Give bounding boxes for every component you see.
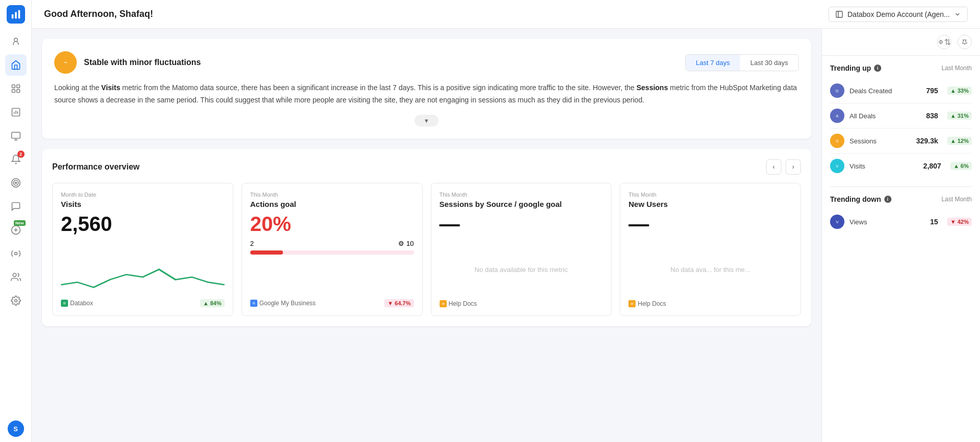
trending-up-title: Trending up i [830,64,881,72]
sidebar-item-team[interactable] [5,31,27,52]
account-selector[interactable]: Databox Demo Account (Agen... [829,7,968,22]
card-value-3: — [628,213,792,236]
trending-name-0: Deals Created [850,87,921,95]
perf-card-actions-goal: This Month Actions goal 20% 2 ⚙ 10 [242,183,423,316]
perf-next-btn[interactable]: › [786,159,801,175]
deals-icon: D [833,87,841,95]
sidebar-item-home[interactable] [5,54,27,76]
card-value-0: 2,560 [61,213,225,236]
card-footer-2: H Help Docs [440,300,603,307]
trending-value-2: 329.3k [916,137,938,145]
right-panel: ⇅ Trending up i Last Month D [821,29,980,442]
card-badge-1: ▼ 64.7% [384,299,413,307]
goals-icon [11,178,21,188]
notifications-icon [11,201,21,212]
screens-icon [11,131,21,141]
trending-name-3: Visits [850,162,918,170]
trending-down-name-0: Views [850,218,925,226]
svg-rect-7 [16,90,19,93]
card-footer-0: D Databox ▲ 84% [61,299,225,307]
sidebar-item-new-feature[interactable]: New [5,219,27,241]
svg-rect-0 [11,14,13,18]
visits-icon-svg: V [833,162,841,170]
visits-icon: V [830,159,844,173]
card-title-3: New Users [628,200,792,208]
insight-title: Stable with minor fluctuations [84,58,201,67]
card-source-1: G Google My Business [250,300,316,307]
insight-status-icon: ~ [54,51,77,74]
trending-down-section: Trending down i Last Month V Views 15 ▼ … [822,187,980,242]
numbers-icon [11,83,21,94]
card-footer-1: G Google My Business ▼ 64.7% [250,299,414,307]
perf-nav: ‹ › [766,159,801,175]
perf-title: Performance overview [52,162,140,172]
tab-last-7-days[interactable]: Last 7 days [686,55,741,71]
insight-toggle-btn[interactable]: ▾ [415,115,439,127]
perf-header: Performance overview ‹ › [52,159,801,175]
trending-value-0: 795 [926,87,938,95]
sidebar-item-alerts[interactable]: 2 [5,149,27,170]
svg-text:A: A [836,114,839,118]
progress-target: ⚙ 10 [398,240,413,247]
perf-cards: Month to Date Visits 2,560 D Databox [52,183,801,316]
stable-icon: ~ [60,57,71,68]
all-deals-icon-svg: A [833,112,841,120]
svg-point-23 [14,300,17,302]
insight-header: ~ Stable with minor fluctuations Last 7 … [54,51,799,74]
pin-button[interactable] [957,35,972,49]
card-value-2: — [440,213,603,236]
sort-icon [938,38,944,46]
top-header: Good Afternoon, Shafaq! Databox Demo Acc… [32,0,980,29]
trending-item-views: V Views 15 ▼ 42% [830,209,972,234]
chevron-down-icon [954,11,961,18]
pin-icon [961,38,968,46]
svg-text:V: V [836,220,839,224]
svg-point-16 [13,180,18,185]
views-icon: V [830,215,844,229]
insight-body: Looking at the Visits metric from the Ma… [54,82,799,107]
databox-source-icon: D [61,300,68,307]
main-area: Good Afternoon, Shafaq! Databox Demo Acc… [32,0,980,442]
sidebar-item-notifications[interactable] [5,196,27,217]
gmb-source-icon: G [250,300,257,307]
sidebar-item-screens[interactable] [5,125,27,146]
trending-down-badge-0: ▼ 42% [947,218,972,226]
no-data-new-users: No data ava... for this me... [628,240,792,300]
sidebar-item-reports[interactable] [5,101,27,123]
sort-button[interactable]: ⇅ [937,35,951,49]
sidebar-item-team-mgmt[interactable] [5,266,27,288]
all-deals-icon: A [830,109,844,123]
svg-rect-4 [12,85,15,88]
card-source-2: H Help Docs [440,300,477,307]
perf-prev-btn[interactable]: ‹ [766,159,781,175]
svg-text:V: V [836,164,839,169]
card-period-3: This Month [628,192,792,198]
trending-item-all-deals: A All Deals 838 ▲ 31% [830,103,972,129]
card-footer-3: H Help Docs [628,300,792,307]
svg-rect-24 [836,11,842,17]
trending-down-info-icon[interactable]: i [884,196,891,203]
trending-item-deals-created: D Deals Created 795 ▲ 33% [830,78,972,103]
sidebar-item-integrations[interactable] [5,243,27,264]
insight-toggle: ▾ [54,115,799,127]
app-logo[interactable] [7,5,25,24]
progress-current: 2 [250,240,254,247]
card-title-1: Actions goal [250,200,414,208]
sidebar-item-numbers[interactable] [5,78,27,99]
svg-rect-5 [16,85,19,88]
main-content: ~ Stable with minor fluctuations Last 7 … [32,29,821,442]
trending-up-info-icon[interactable]: i [874,65,881,72]
reports-icon [11,107,21,117]
helpdocs-source-icon: H [440,300,447,307]
perf-card-new-users: This Month New Users — No data ava... fo… [620,183,801,316]
progress-row: 2 ⚙ 10 [250,240,414,247]
user-avatar[interactable]: S [8,420,24,437]
settings-icon [11,296,21,306]
sidebar-item-goals[interactable] [5,172,27,194]
tab-last-30-days[interactable]: Last 30 days [740,55,798,71]
svg-text:D: D [836,89,839,93]
new-badge: New [14,220,25,226]
sidebar-item-settings[interactable] [5,290,27,311]
svg-text:H: H [442,302,444,305]
card-title-0: Visits [61,200,225,208]
